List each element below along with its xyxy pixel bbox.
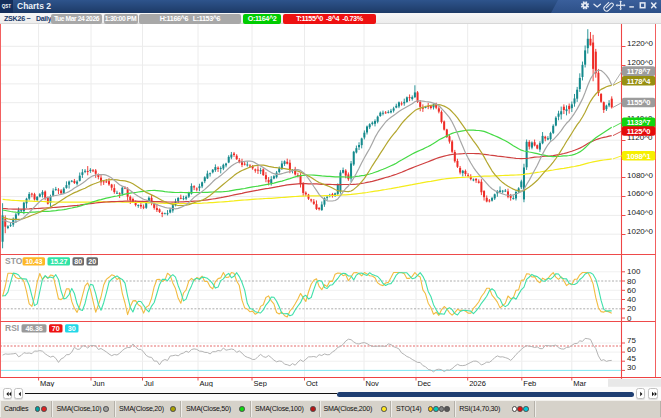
- svg-text:70: 70: [52, 324, 60, 333]
- svg-text:60: 60: [627, 345, 636, 354]
- svg-text:45: 45: [627, 354, 636, 363]
- svg-text:1155^0: 1155^0: [627, 98, 651, 107]
- svg-text:1060^0: 1060^0: [627, 189, 654, 198]
- svg-text:80: 80: [74, 257, 82, 266]
- svg-text:15.27: 15.27: [50, 257, 67, 266]
- svg-text:1178^7: 1178^7: [627, 67, 651, 76]
- svg-text:100: 100: [627, 267, 641, 276]
- svg-text:1020^0: 1020^0: [627, 227, 654, 236]
- svg-text:75: 75: [627, 336, 636, 345]
- svg-text:30: 30: [68, 324, 76, 333]
- svg-text:20: 20: [88, 257, 96, 266]
- svg-text:1220^0: 1220^0: [627, 39, 654, 48]
- svg-text:1098^1: 1098^1: [626, 152, 650, 161]
- svg-text:1125^0: 1125^0: [627, 127, 651, 136]
- svg-text:1200^0: 1200^0: [627, 58, 654, 67]
- svg-text:1040^0: 1040^0: [627, 208, 654, 217]
- svg-text:RSI: RSI: [5, 323, 19, 333]
- svg-text:30: 30: [627, 363, 636, 372]
- svg-text:STO: STO: [5, 256, 23, 266]
- svg-text:40: 40: [627, 295, 636, 304]
- svg-text:0: 0: [627, 314, 632, 323]
- svg-text:60: 60: [627, 286, 636, 295]
- svg-text:80: 80: [627, 277, 636, 286]
- svg-text:20: 20: [627, 304, 636, 313]
- svg-text:1080^0: 1080^0: [627, 171, 654, 180]
- svg-text:10.43: 10.43: [25, 257, 42, 266]
- svg-text:1178^4: 1178^4: [627, 77, 652, 86]
- svg-text:46.36: 46.36: [26, 324, 43, 333]
